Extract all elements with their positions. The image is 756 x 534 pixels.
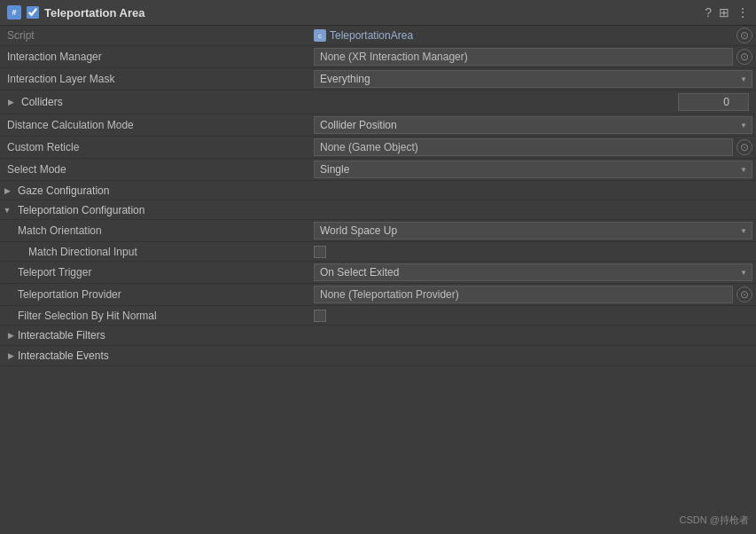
layer-mask-dropdown-wrapper: Everything [314,70,752,88]
match-orientation-dropdown-wrapper: World Space Up [314,222,752,240]
match-orientation-row: Match Orientation World Space Up [0,220,756,242]
settings-button[interactable]: ⊞ [719,5,729,20]
select-mode-dropdown[interactable]: Single [314,161,752,178]
script-icon: c [314,29,326,42]
match-directional-label: Match Directional Input [0,243,310,261]
gaze-config-arrow[interactable]: ▶ [0,184,14,198]
distance-calculation-value: Collider Position [310,114,756,136]
match-directional-value [310,244,756,260]
script-label: Script [0,27,310,44]
teleportation-provider-label: Teleportation Provider [0,286,310,303]
select-mode-dropdown-wrapper: Single [314,161,752,178]
match-directional-row: Match Directional Input [0,242,756,262]
more-button[interactable]: ⋮ [737,5,749,20]
panel-title: Teleportation Area [44,6,699,20]
watermark: CSDN @持枪者 [680,514,749,527]
script-field: c TeleportationArea [314,29,733,42]
interactable-filters-arrow[interactable]: ▶ [4,328,18,342]
interactable-filters-section[interactable]: ▶ Interactable Filters [0,326,756,346]
gaze-config-section: ▶ Gaze Configuration [0,181,756,200]
match-orientation-label: Match Orientation [0,222,310,240]
distance-calculation-label: Distance Calculation Mode [0,116,310,134]
help-button[interactable]: ? [705,5,712,20]
teleportation-provider-row: Teleportation Provider None (Teleportati… [0,284,756,306]
interaction-manager-value: None (XR Interaction Manager) ⊙ [310,46,756,67]
teleportation-provider-picker[interactable]: ⊙ [737,287,752,302]
interaction-layer-mask-row: Interaction Layer Mask Everything [0,68,756,90]
colliders-value [310,91,756,113]
script-row: Script c TeleportationArea ⊙ [0,26,756,46]
custom-reticle-picker[interactable]: ⊙ [737,139,752,155]
match-directional-checkbox[interactable] [314,246,326,258]
match-orientation-dropdown[interactable]: World Space Up [314,222,752,240]
script-value: c TeleportationArea ⊙ [310,26,756,45]
colliders-arrow[interactable]: ▶ [4,95,18,109]
teleport-trigger-value: On Select Exited [310,262,756,283]
select-mode-label: Select Mode [0,161,310,178]
interaction-manager-field: None (XR Interaction Manager) [314,48,733,66]
script-name: TeleportationArea [330,29,413,42]
teleport-trigger-dropdown[interactable]: On Select Exited [314,263,752,281]
colliders-row: ▶ Colliders [0,90,756,114]
interaction-manager-label: Interaction Manager [0,48,310,66]
distance-calculation-row: Distance Calculation Mode Collider Posit… [0,114,756,137]
teleport-trigger-label: Teleport Trigger [0,263,310,281]
filter-selection-row: Filter Selection By Hit Normal [0,306,756,326]
interaction-manager-row: Interaction Manager None (XR Interaction… [0,46,756,68]
inspector-panel: # Teleportation Area ? ⊞ ⋮ Script c Tele… [0,0,756,366]
select-mode-value: Single [310,159,756,180]
interactable-events-arrow[interactable]: ▶ [4,349,18,363]
colliders-label: Colliders [18,93,66,111]
teleport-trigger-dropdown-wrapper: On Select Exited [314,263,752,281]
distance-calc-dropdown-wrapper: Collider Position [314,116,752,134]
interactable-events-section[interactable]: ▶ Interactable Events [0,346,756,366]
gaze-config-label: Gaze Configuration [14,182,113,200]
teleport-config-label: Teleportation Configuration [14,201,148,219]
teleportation-provider-field: None (Teleportation Provider) [314,286,733,303]
filter-selection-label: Filter Selection By Hit Normal [0,307,310,325]
interaction-layer-mask-value: Everything [310,68,756,90]
enabled-checkbox[interactable] [27,6,39,19]
teleport-trigger-row: Teleport Trigger On Select Exited [0,262,756,284]
header-actions: ? ⊞ ⋮ [705,5,749,20]
filter-selection-value [310,308,756,324]
select-mode-row: Select Mode Single [0,159,756,181]
teleport-config-section: ▼ Teleportation Configuration [0,200,756,220]
teleport-config-arrow[interactable]: ▼ [0,203,14,217]
teleportation-provider-value: None (Teleportation Provider) ⊙ [310,284,756,305]
panel-header: # Teleportation Area ? ⊞ ⋮ [0,0,756,26]
custom-reticle-field: None (Game Object) [314,138,733,156]
target-picker-button[interactable]: ⊙ [737,27,752,43]
interaction-manager-picker[interactable]: ⊙ [737,49,752,65]
distance-calc-dropdown[interactable]: Collider Position [314,116,752,134]
custom-reticle-label: Custom Reticle [0,138,310,156]
filter-selection-checkbox[interactable] [314,310,326,322]
match-orientation-value: World Space Up [310,220,756,241]
custom-reticle-row: Custom Reticle None (Game Object) ⊙ [0,137,756,159]
custom-reticle-value: None (Game Object) ⊙ [310,137,756,158]
interactable-filters-label: Interactable Filters [18,329,105,342]
colliders-label-container: ▶ Colliders [0,90,310,114]
interactable-events-label: Interactable Events [18,349,109,362]
colliders-count[interactable] [678,93,749,111]
component-icon: # [7,5,21,20]
interaction-layer-mask-label: Interaction Layer Mask [0,70,310,88]
layer-mask-dropdown[interactable]: Everything [314,70,752,88]
